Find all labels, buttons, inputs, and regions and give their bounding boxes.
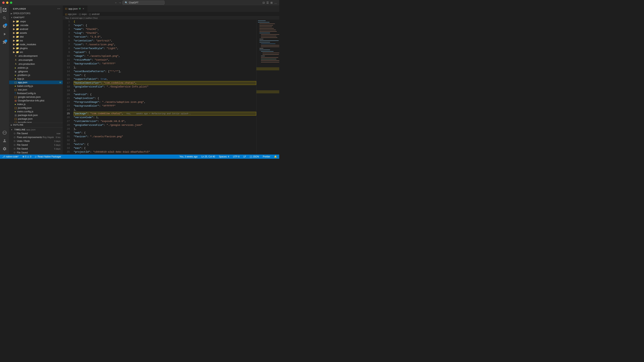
explorer-more-icon[interactable]: ⋯ — [57, 7, 60, 10]
git-blame-bar: You, 1 second ago | 1 author (You) — [63, 16, 279, 20]
status-branch[interactable]: ⎇ native-code* — [2, 154, 19, 159]
account-activity-icon[interactable] — [1, 137, 8, 144]
status-spaces[interactable]: Spaces: 4 — [218, 154, 230, 159]
nav-forward-icon[interactable]: → — [118, 1, 121, 4]
tree-label-dist: dist — [20, 35, 63, 38]
search-bar[interactable]: 🔍 ChatGPT — [122, 0, 164, 5]
tree-item-google-services[interactable]: { } google-services.json — [9, 95, 63, 99]
timeline-item-0[interactable]: File Saved now — [9, 132, 63, 135]
tree-item-dist[interactable]: ▶ 📁 dist — [9, 35, 63, 38]
tree-item-android[interactable]: ▶ 📁 android — [9, 27, 63, 31]
tree-label-packagelock: package-lock.json — [18, 114, 63, 116]
tree-item-vscode[interactable]: ▶ 📁 .vscode — [9, 23, 63, 27]
tab-appjson[interactable]: { } app.json M × — [63, 5, 88, 12]
tree-item-gitignore[interactable]: ◉ .gitignore — [9, 70, 63, 73]
tree-item-googleservice-info[interactable]: ▤ GoogleService-Info.plist — [9, 99, 63, 102]
tree-item-appjs[interactable]: ● App.js — [9, 77, 63, 80]
breadcrumb: { } app.json › { } expo › { } android — [63, 12, 279, 16]
remote-activity-icon[interactable] — [1, 129, 8, 136]
status-language[interactable]: { } JSON — [249, 154, 260, 159]
tree-item-env-dev[interactable]: Ａ .env.development — [9, 54, 63, 58]
minimize-button[interactable] — [6, 2, 8, 4]
status-encoding[interactable]: UTF-8 — [232, 154, 240, 159]
tree-item-appjson[interactable]: { } app.json M — [9, 80, 63, 84]
tree-item-eslintrc[interactable]: ● .eslintrc.js — [9, 66, 63, 70]
line-ending-label: LF — [243, 155, 246, 158]
timeline-header[interactable]: ▼ TIMELINE app.json — [9, 128, 63, 132]
tree-item-plugins[interactable]: ▶ 📁 plugins — [9, 46, 63, 50]
code-line-2: "expo": { — [74, 24, 256, 28]
error-icon: ⊗ — [22, 155, 24, 158]
layout-icon[interactable]: ⊡ — [262, 1, 265, 4]
line-num-26: 26 — [63, 116, 70, 120]
tree-item-expo[interactable]: ▶ 📁 .expo — [9, 19, 63, 23]
outline-label: OUTLINE — [13, 124, 24, 126]
activity-bottom — [1, 129, 8, 154]
editor-area: { } app.json M × { } app.json › { } expo… — [63, 5, 279, 154]
svg-rect-19 — [261, 44, 276, 44]
maximize-button[interactable] — [10, 2, 12, 4]
tree-item-env-example[interactable]: Ａ .env.example — [9, 58, 63, 62]
tree-item-packagelock[interactable]: ▤ package-lock.json — [9, 113, 63, 117]
timeline-item-5[interactable]: File Saved — [9, 151, 63, 154]
tree-item-assets[interactable]: ▶ 📁 assets — [9, 31, 63, 35]
tree-item-src[interactable]: ▶ 📁 src — [9, 50, 63, 54]
status-position[interactable]: Ln 25, Col 40 — [200, 154, 216, 159]
tree-item-babel[interactable]: ● babel.config.js — [9, 84, 63, 88]
tree-item-node-modules[interactable]: ▶ 📁 node_modules — [9, 42, 63, 46]
svg-rect-10 — [260, 30, 276, 30]
tab-close-appjson[interactable]: × — [82, 7, 85, 10]
folder-icon-ios: 📁 — [16, 39, 19, 42]
status-user[interactable]: You, 3 weeks ago — [179, 154, 198, 159]
line-num-15: 15 — [63, 74, 70, 77]
status-notifications[interactable]: 🔔 — [273, 154, 278, 159]
tree-item-ios[interactable]: ▶ 📁 ios — [9, 38, 63, 42]
extensions-activity-icon[interactable]: 1 — [1, 38, 8, 46]
line-num-31: 31 — [63, 135, 70, 139]
search-activity-icon[interactable] — [1, 14, 8, 22]
close-button[interactable] — [2, 2, 4, 4]
timeline-item-2[interactable]: Undo / Redo 3 days — [9, 139, 63, 143]
status-packager[interactable]: ▷ React Native Packager — [34, 154, 62, 159]
code-content[interactable]: { "expo": { "name": "ChatAI", "slug": "C… — [72, 20, 256, 154]
breadcrumb-item-1[interactable]: expo — [82, 13, 87, 16]
run-activity-icon[interactable] — [1, 30, 8, 38]
tree-item-tsconfig[interactable]: { } tsconfig.json — [9, 120, 63, 123]
source-control-activity-icon[interactable]: 1 — [1, 22, 8, 30]
more-icon[interactable]: … — [274, 1, 277, 4]
status-prettier[interactable]: Prettier — [262, 154, 271, 159]
folder-icon-plugins: 📁 — [16, 47, 19, 50]
tree-item-firebase[interactable]: T firebaseConfig.ts — [9, 92, 63, 95]
tree-item-prettierrc[interactable]: ● .prettierrc.js — [9, 73, 63, 77]
tree-item-env-prod[interactable]: Ａ .env.production — [9, 62, 63, 66]
tree-label-eslintrc: .eslintrc.js — [17, 66, 63, 69]
line-num-4: 4 — [63, 31, 70, 35]
nav-back-icon[interactable]: ← — [115, 1, 117, 4]
tree-item-metro[interactable]: ● metro.config.js — [9, 110, 63, 113]
encoding-label: UTF-8 — [233, 155, 240, 158]
tree-item-indexjs[interactable]: ● index.js — [9, 102, 63, 106]
tree-item-easjson[interactable]: { } eas.json — [9, 88, 63, 92]
breadcrumb-item-0[interactable]: app.json — [68, 13, 76, 16]
breadcrumb-item-2[interactable]: android — [92, 13, 100, 16]
timeline-item-1[interactable]: Fixes and improvements Roy Hayek 9 hrs — [9, 135, 63, 139]
open-editors-section[interactable]: ▶ OPEN EDITORS — [9, 11, 63, 16]
project-section[interactable]: ▼ CHATGPT — [9, 16, 63, 19]
activity-bar: 1 1 — [0, 5, 9, 154]
status-errors[interactable]: ⊗ 0 ⚠ 0 — [22, 154, 32, 159]
settings-activity-icon[interactable] — [1, 145, 8, 152]
timeline-item-4[interactable]: File Saved 5 days — [9, 147, 63, 151]
line-num-34: 34 — [63, 146, 70, 150]
file-icon-jsconfig: { } — [14, 106, 17, 109]
outline-header[interactable]: ▶ OUTLINE — [9, 123, 63, 127]
tree-item-packagejson[interactable]: { } package.json — [9, 117, 63, 120]
split-icon[interactable]: ⊞ — [270, 1, 273, 4]
status-line-ending[interactable]: LF — [242, 154, 247, 159]
tree-label-metro: metro.config.js — [17, 110, 63, 113]
explorer-title: EXPLORER — [13, 8, 26, 10]
breadcrumb-sep-0: › — [78, 13, 78, 16]
timeline-item-3[interactable]: File Saved 5 days — [9, 143, 63, 147]
sidebar-icon[interactable]: ☰ — [266, 1, 269, 4]
explorer-activity-icon[interactable] — [1, 6, 8, 14]
tree-item-jsconfig[interactable]: { } jsconfig.json — [9, 106, 63, 110]
